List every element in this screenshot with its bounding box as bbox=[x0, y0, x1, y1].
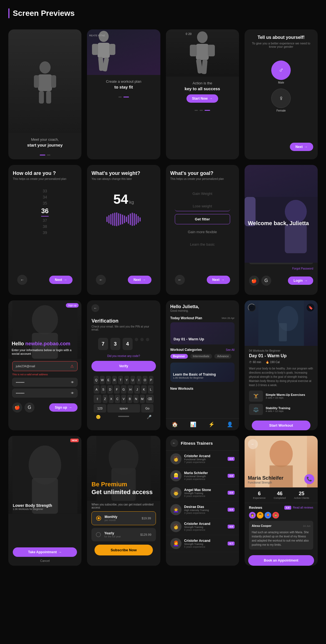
password-toggle-icon[interactable]: 👁 bbox=[71, 381, 74, 384]
key-space[interactable]: space bbox=[107, 404, 140, 412]
key-p[interactable]: P bbox=[149, 376, 154, 384]
key-backspace[interactable]: ⌫ bbox=[146, 395, 153, 403]
workout-nav-icon[interactable]: ⚡ bbox=[208, 421, 215, 427]
trainer-specialty-4: High Intensity Training bbox=[184, 509, 225, 512]
monthly-plan[interactable]: Monthly per month $19.99 bbox=[91, 511, 156, 525]
training-card[interactable]: Learn the Basic of Training 1.06 Workout… bbox=[170, 363, 235, 382]
signup-button[interactable]: Sign up bbox=[49, 403, 78, 412]
key-b[interactable]: B bbox=[127, 395, 132, 403]
age-num-36-selected[interactable]: 36 bbox=[41, 207, 49, 217]
workout-plan-label: Day 01 - Warm Up bbox=[174, 337, 204, 341]
confirm-password-input[interactable]: •••••••• 👁 bbox=[12, 389, 78, 398]
key-l[interactable]: L bbox=[148, 385, 153, 394]
book-appointment-button[interactable]: Book an Appointment bbox=[248, 555, 314, 566]
female-button[interactable]: ♀ bbox=[271, 89, 291, 108]
key-k[interactable]: K bbox=[141, 385, 147, 394]
emoji-key[interactable]: 😊 bbox=[96, 415, 101, 419]
see-all-reviews[interactable]: Read all reviews bbox=[293, 506, 313, 509]
otp-box-2[interactable]: 3 bbox=[110, 338, 120, 350]
key-r[interactable]: R bbox=[112, 376, 117, 384]
svg-rect-8 bbox=[92, 44, 98, 55]
key-a[interactable]: A bbox=[94, 385, 99, 394]
key-v[interactable]: V bbox=[121, 395, 126, 403]
key-shift[interactable]: ⇧ bbox=[94, 395, 101, 403]
key-y[interactable]: Y bbox=[124, 376, 129, 384]
key-n[interactable]: N bbox=[133, 395, 138, 403]
verify-button[interactable]: Verify bbox=[91, 361, 156, 371]
take-appointment-label: Take Appointment bbox=[28, 550, 57, 554]
key-go[interactable]: Go bbox=[141, 404, 153, 412]
key-u[interactable]: U bbox=[130, 376, 135, 384]
key-d[interactable]: D bbox=[107, 385, 113, 394]
age-next-button[interactable]: Next bbox=[49, 276, 73, 284]
trainers-back-button[interactable]: ← bbox=[170, 439, 178, 447]
goal-lose-weight[interactable]: Lose weight bbox=[175, 201, 230, 211]
trainer-row-5[interactable]: 👩 Cristofer Arcand Strength Training 6 y… bbox=[166, 518, 239, 535]
key-x[interactable]: X bbox=[109, 395, 114, 403]
key-o[interactable]: O bbox=[143, 376, 148, 384]
trainer-row-6[interactable]: 👩‍🦰 Cristofer Arcand Strength Training 5… bbox=[166, 535, 239, 552]
trainer-row-1[interactable]: 👩 Cristofer Arcand Functional Strength 7… bbox=[166, 451, 239, 467]
mic-key[interactable]: 🎤 bbox=[147, 415, 151, 419]
verify-back-button[interactable]: ← bbox=[91, 304, 99, 312]
resend-text[interactable]: Did you receive any code? bbox=[91, 354, 156, 358]
key-s[interactable]: S bbox=[101, 385, 106, 394]
goal-get-fitter[interactable]: Get fitter bbox=[175, 214, 230, 224]
see-all-link[interactable]: See All bbox=[226, 348, 235, 351]
start-workout-button[interactable]: Start Workout bbox=[252, 421, 310, 430]
key-w[interactable]: W bbox=[100, 376, 105, 384]
trainers-header: ← Fitness Trainers bbox=[166, 436, 239, 451]
cat-advance[interactable]: Advance bbox=[214, 354, 232, 359]
profile-back-button[interactable]: ← bbox=[248, 439, 258, 449]
cancel-text[interactable]: Cancel bbox=[40, 559, 50, 562]
weight-next-button[interactable]: Next bbox=[128, 276, 151, 284]
key-m[interactable]: M bbox=[140, 395, 145, 403]
male-button[interactable]: ♂ bbox=[271, 61, 291, 80]
otp-box-3[interactable]: 4 bbox=[123, 338, 133, 350]
key-q[interactable]: Q bbox=[94, 376, 99, 384]
key-h[interactable]: H bbox=[128, 385, 133, 394]
take-appointment-button[interactable]: Take Appointment → bbox=[13, 547, 77, 557]
key-123[interactable]: 123 bbox=[94, 404, 106, 412]
email-input[interactable]: julie234@mail ⚠ bbox=[12, 361, 78, 371]
otp-input-boxes[interactable]: 7 3 4 bbox=[91, 338, 156, 350]
google-signup-button[interactable]: G bbox=[24, 402, 34, 412]
trainer-row-3[interactable]: 👨 Angel Max Stone Strength Training 8 ye… bbox=[166, 484, 239, 501]
trainer-profile-role: Functional Strength bbox=[248, 481, 283, 484]
subscribe-button[interactable]: Subscribe Now bbox=[94, 545, 153, 555]
key-z[interactable]: Z bbox=[103, 395, 108, 403]
key-j[interactable]: J bbox=[134, 385, 140, 394]
welcome-text: Welcome back, Julietta bbox=[248, 220, 309, 227]
cat-intermediate[interactable]: Intermediate bbox=[190, 354, 212, 359]
apple-signup-button[interactable]: 🍎 bbox=[12, 402, 22, 412]
goal-flexible[interactable]: Gain more flexible bbox=[175, 227, 230, 237]
profile-nav-icon[interactable]: 👤 bbox=[227, 421, 233, 427]
otp-box-1[interactable]: 7 bbox=[98, 338, 108, 350]
key-t[interactable]: T bbox=[118, 376, 123, 384]
key-c[interactable]: C bbox=[115, 395, 120, 403]
key-g[interactable]: G bbox=[121, 385, 126, 394]
trainer-name-1: Cristofer Arcand bbox=[184, 454, 225, 458]
trainer-row-2[interactable]: 👱‍♀️ Maria Schleifer Functional Strength… bbox=[166, 467, 239, 484]
goal-back-button[interactable]: ← bbox=[175, 275, 185, 285]
password-input[interactable]: •••••••• 👁 bbox=[12, 378, 78, 387]
stats-nav-icon[interactable]: 📊 bbox=[190, 421, 196, 427]
home-nav-icon[interactable]: 🏠 bbox=[172, 421, 178, 427]
weight-back-button[interactable]: ← bbox=[96, 275, 106, 285]
start-now-button[interactable]: Start Now bbox=[186, 94, 218, 103]
call-button[interactable]: 📞 bbox=[304, 474, 314, 484]
goal-basics[interactable]: Learn the basic bbox=[175, 240, 230, 249]
trainer-row-4[interactable]: 👩‍🦱 Desirae Dias High Intensity Training… bbox=[166, 501, 239, 518]
key-e[interactable]: E bbox=[106, 376, 111, 384]
goal-gain-weight[interactable]: Gain Weight bbox=[175, 189, 230, 198]
yearly-plan[interactable]: Yearly for the full year $129.99 bbox=[91, 528, 156, 541]
confirm-toggle-icon[interactable]: 👁 bbox=[71, 391, 74, 395]
key-i[interactable]: I bbox=[136, 376, 141, 384]
workout-plan-card[interactable]: Day 01 - Warm Up bbox=[170, 322, 235, 344]
goal-next-button[interactable]: Next bbox=[207, 276, 230, 284]
training-info: Learn the Basic of Training 1.06 Workout… bbox=[173, 373, 216, 379]
key-f[interactable]: F bbox=[114, 385, 120, 394]
cat-beginner[interactable]: Beginner bbox=[170, 354, 188, 359]
tell-us-next-button[interactable]: Next bbox=[290, 143, 313, 151]
age-back-button[interactable]: ← bbox=[17, 275, 27, 285]
